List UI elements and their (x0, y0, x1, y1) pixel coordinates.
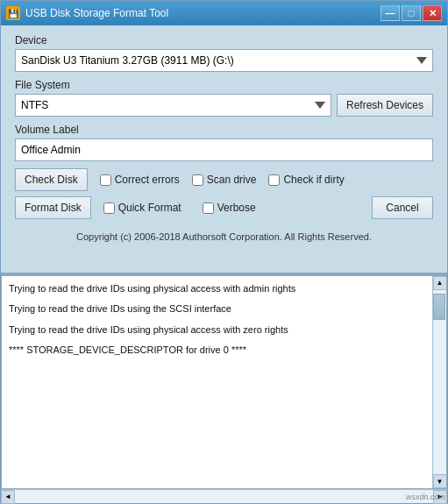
close-button[interactable]: ✕ (423, 5, 442, 21)
volume-label-row (15, 138, 433, 161)
main-window: 💾 USB Disk Storage Format Tool — □ ✕ Dev… (0, 0, 448, 504)
cancel-button[interactable]: Cancel (372, 196, 433, 219)
horizontal-scroll-track (15, 490, 433, 503)
check-disk-button[interactable]: Check Disk (15, 168, 88, 191)
scan-drive-group: Scan drive (192, 174, 257, 186)
log-area-container: Trying to read the drive IDs using physi… (1, 274, 447, 490)
scroll-down-arrow[interactable]: ▼ (433, 474, 447, 488)
scan-drive-label[interactable]: Scan drive (207, 174, 257, 186)
quick-format-checkbox[interactable] (103, 202, 115, 214)
check-disk-row: Check Disk Correct errors Scan drive Che… (15, 168, 433, 191)
minimize-button[interactable]: — (380, 5, 400, 21)
correct-errors-checkbox[interactable] (100, 174, 111, 186)
log-line: Trying to read the drive IDs using physi… (9, 281, 425, 297)
log-line: Trying to read the drive IDs using the S… (9, 302, 425, 317)
check-if-dirty-checkbox[interactable] (268, 174, 280, 186)
verbose-group: Verbose (203, 202, 256, 214)
quick-format-group: Quick Format (103, 202, 181, 214)
device-select[interactable]: SanDisk U3 Titanium 3.27GB (3911 MB) (G:… (15, 49, 433, 72)
filesystem-row: NTFS FAT32 FAT exFAT Refresh Devices (15, 94, 433, 117)
watermark: wsxdn.com (406, 493, 445, 501)
log-line: Trying to read the drive IDs using physi… (9, 323, 425, 338)
vertical-scrollbar[interactable]: ▲ ▼ (432, 276, 446, 489)
scroll-track (433, 290, 446, 475)
maximize-button[interactable]: □ (402, 5, 421, 21)
correct-errors-group: Correct errors (100, 174, 180, 186)
device-group: Device SanDisk U3 Titanium 3.27GB (3911 … (15, 34, 433, 72)
check-if-dirty-label[interactable]: Check if dirty (283, 174, 344, 186)
check-dirty-group: Check if dirty (268, 174, 344, 186)
window-title: USB Disk Storage Format Tool (25, 7, 168, 19)
verbose-label[interactable]: Verbose (217, 202, 256, 214)
volume-label-label: Volume Label (15, 124, 433, 136)
horizontal-scrollbar[interactable]: ◄ ► wsxdn.com (1, 489, 447, 503)
device-label: Device (15, 34, 433, 46)
log-line: **** STORAGE_DEVICE_DESCRIPTOR for drive… (9, 343, 425, 358)
format-disk-row: Format Disk Quick Format Verbose Cancel (15, 196, 433, 219)
refresh-devices-button[interactable]: Refresh Devices (337, 94, 433, 117)
filesystem-label: File System (15, 79, 433, 91)
filesystem-select[interactable]: NTFS FAT32 FAT exFAT (15, 94, 331, 117)
volume-label-input[interactable] (15, 138, 433, 161)
quick-format-label[interactable]: Quick Format (118, 202, 181, 214)
volume-label-group: Volume Label (15, 124, 433, 161)
title-bar-left: 💾 USB Disk Storage Format Tool (6, 6, 168, 20)
scan-drive-checkbox[interactable] (192, 174, 203, 186)
title-bar: 💾 USB Disk Storage Format Tool — □ ✕ (1, 1, 447, 25)
scroll-thumb[interactable] (433, 294, 445, 320)
copyright-text: Copyright (c) 2006-2018 Authorsoft Corpo… (15, 224, 433, 247)
filesystem-group: File System NTFS FAT32 FAT exFAT Refresh… (15, 79, 433, 117)
main-content: Device SanDisk U3 Titanium 3.27GB (3911 … (1, 25, 447, 273)
format-disk-button[interactable]: Format Disk (15, 196, 91, 219)
scroll-up-arrow[interactable]: ▲ (433, 276, 447, 290)
title-buttons: — □ ✕ (380, 5, 442, 21)
device-row: SanDisk U3 Titanium 3.27GB (3911 MB) (G:… (15, 49, 433, 72)
log-area[interactable]: Trying to read the drive IDs using physi… (2, 276, 432, 489)
scroll-left-arrow[interactable]: ◄ (1, 490, 15, 504)
verbose-checkbox[interactable] (203, 202, 214, 214)
app-icon: 💾 (6, 6, 20, 20)
correct-errors-label[interactable]: Correct errors (115, 174, 180, 186)
